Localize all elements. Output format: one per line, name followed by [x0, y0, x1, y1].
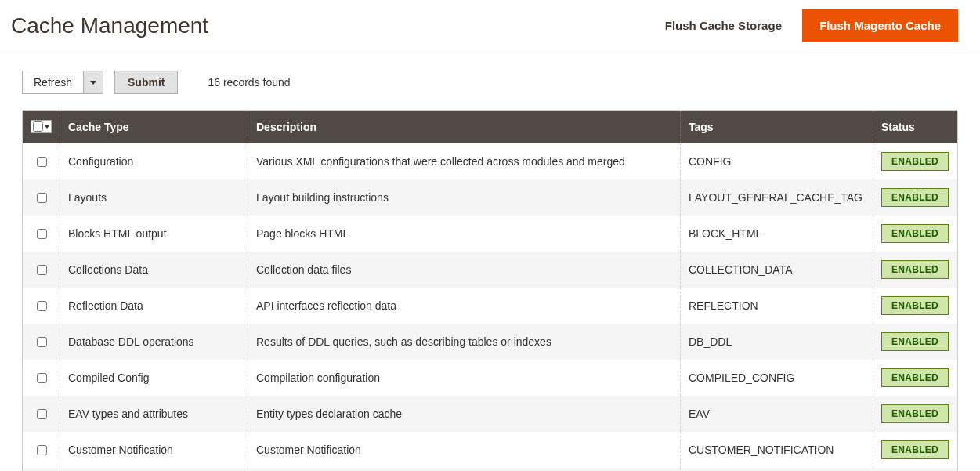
table-row[interactable]: Customer NotificationCustomer Notificati… [23, 432, 958, 468]
row-checkbox[interactable] [37, 157, 47, 167]
status-cell: ENABLED [873, 360, 958, 396]
row-select-cell [23, 179, 60, 216]
row-checkbox[interactable] [37, 229, 47, 239]
row-select-cell [23, 143, 60, 179]
tags-cell: BLOCK_HTML [681, 216, 873, 252]
tags-cell: DB_DDL [681, 324, 873, 360]
records-found-label: 16 records found [208, 76, 290, 89]
chevron-down-icon [90, 81, 96, 85]
cache-type-cell: Layouts [60, 179, 248, 216]
table-row[interactable]: ConfigurationVarious XML configurations … [23, 143, 958, 179]
status-badge: ENABLED [881, 224, 949, 243]
row-select-cell [23, 324, 60, 360]
table-row[interactable]: Compiled ConfigCompilation configuration… [23, 360, 958, 396]
submit-button[interactable]: Submit [114, 71, 178, 94]
chevron-down-icon [45, 125, 49, 129]
row-checkbox[interactable] [37, 337, 47, 347]
table-row[interactable]: EAV types and attributesEntity types dec… [23, 396, 958, 432]
col-header-status[interactable]: Status [873, 111, 958, 144]
tags-cell: CUSTOMER_NOTIFICATION [681, 432, 873, 468]
table-row[interactable]: Reflection DataAPI interfaces reflection… [23, 288, 958, 324]
flush-magento-cache-button[interactable]: Flush Magento Cache [802, 9, 958, 42]
page-header: Cache Management Flush Cache Storage Flu… [0, 0, 980, 56]
col-header-select [23, 111, 60, 144]
mass-action-split-button: Refresh [22, 71, 103, 94]
description-cell: Customer Notification [248, 432, 681, 468]
status-cell: ENABLED [873, 468, 958, 471]
select-all-checkbox[interactable] [33, 121, 43, 132]
tags-cell: INTEGRATION [681, 468, 873, 471]
tags-cell: COLLECTION_DATA [681, 252, 873, 288]
status-badge: ENABLED [881, 152, 949, 171]
row-checkbox[interactable] [37, 409, 47, 419]
description-cell: Layout building instructions [248, 179, 681, 216]
cache-table: Cache Type Description Tags Status Confi… [22, 110, 958, 471]
row-select-cell [23, 432, 60, 468]
status-cell: ENABLED [873, 252, 958, 288]
status-cell: ENABLED [873, 288, 958, 324]
status-cell: ENABLED [873, 432, 958, 468]
cache-type-cell: Customer Notification [60, 432, 248, 468]
cache-type-cell: Configuration [60, 143, 248, 179]
row-select-cell [23, 360, 60, 396]
row-select-cell [23, 396, 60, 432]
status-cell: ENABLED [873, 396, 958, 432]
col-header-description[interactable]: Description [248, 111, 681, 144]
cache-type-cell: Database DDL operations [60, 324, 248, 360]
description-cell: Collection data files [248, 252, 681, 288]
status-cell: ENABLED [873, 216, 958, 252]
mass-action-button[interactable]: Refresh [22, 71, 84, 94]
status-badge: ENABLED [881, 368, 949, 387]
row-checkbox[interactable] [37, 445, 47, 455]
row-select-cell [23, 288, 60, 324]
table-row[interactable]: Collections DataCollection data filesCOL… [23, 252, 958, 288]
table-row[interactable]: LayoutsLayout building instructionsLAYOU… [23, 179, 958, 216]
row-select-cell [23, 216, 60, 252]
tags-cell: LAYOUT_GENERAL_CACHE_TAG [681, 179, 873, 216]
tags-cell: COMPILED_CONFIG [681, 360, 873, 396]
status-badge: ENABLED [881, 296, 949, 315]
status-badge: ENABLED [881, 188, 949, 207]
mass-action-toggle[interactable] [84, 71, 103, 94]
row-select-cell [23, 468, 60, 471]
table-row[interactable]: Database DDL operationsResults of DDL qu… [23, 324, 958, 360]
description-cell: Compilation configuration [248, 360, 681, 396]
flush-cache-storage-button[interactable]: Flush Cache Storage [660, 11, 787, 40]
cache-type-cell: Blocks HTML output [60, 216, 248, 252]
status-badge: ENABLED [881, 332, 949, 351]
description-cell: API interfaces reflection data [248, 288, 681, 324]
header-actions: Flush Cache Storage Flush Magento Cache [660, 9, 958, 42]
description-cell: Various XML configurations that were col… [248, 143, 681, 179]
col-header-cache-type[interactable]: Cache Type [60, 111, 248, 144]
tags-cell: REFLECTION [681, 288, 873, 324]
status-cell: ENABLED [873, 324, 958, 360]
status-cell: ENABLED [873, 143, 958, 179]
description-cell: Page blocks HTML [248, 216, 681, 252]
status-badge: ENABLED [881, 260, 949, 279]
cache-type-cell: Compiled Config [60, 360, 248, 396]
cache-type-cell: Reflection Data [60, 288, 248, 324]
select-all-control[interactable] [31, 120, 52, 133]
table-row[interactable]: Blocks HTML outputPage blocks HTMLBLOCK_… [23, 216, 958, 252]
toolbar: Refresh Submit 16 records found [0, 56, 980, 105]
cache-type-cell: Collections Data [60, 252, 248, 288]
col-header-tags[interactable]: Tags [681, 111, 873, 144]
page-title: Cache Management [11, 13, 208, 38]
tags-cell: EAV [681, 396, 873, 432]
status-badge: ENABLED [881, 440, 949, 459]
description-cell: Results of DDL queries, such as describi… [248, 324, 681, 360]
cache-type-cell: EAV types and attributes [60, 396, 248, 432]
row-select-cell [23, 252, 60, 288]
row-checkbox[interactable] [37, 265, 47, 275]
row-checkbox[interactable] [37, 301, 47, 311]
status-badge: ENABLED [881, 404, 949, 423]
description-cell: Integration configuration file [248, 468, 681, 471]
row-checkbox[interactable] [37, 373, 47, 383]
status-cell: ENABLED [873, 179, 958, 216]
tags-cell: CONFIG [681, 143, 873, 179]
description-cell: Entity types declaration cache [248, 396, 681, 432]
table-row[interactable]: Integrations ConfigurationIntegration co… [23, 468, 958, 471]
row-checkbox[interactable] [37, 193, 47, 203]
cache-type-cell: Integrations Configuration [60, 468, 248, 471]
